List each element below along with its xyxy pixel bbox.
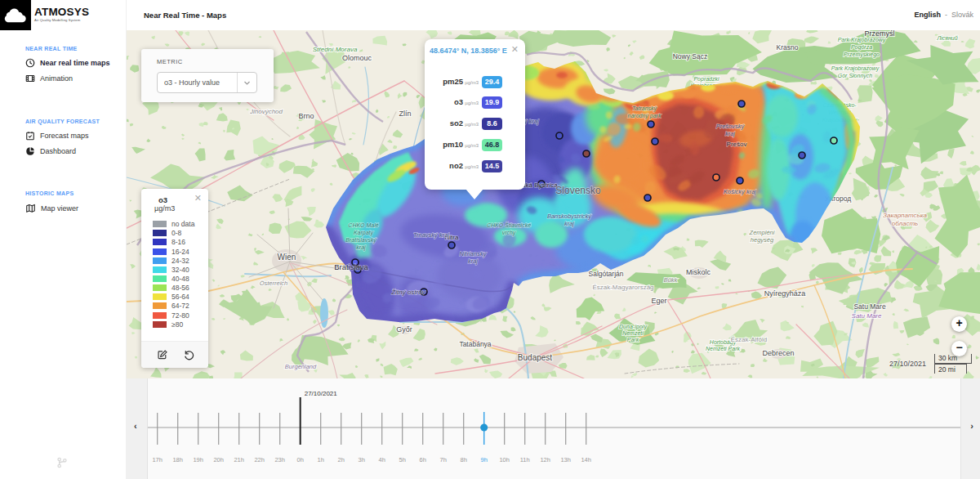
svg-text:Przemyskiego: Przemyskiego [844, 51, 880, 58]
svg-text:Nitriansky: Nitriansky [460, 250, 488, 257]
svg-text:Satu Mare: Satu Mare [852, 312, 882, 320]
svg-text:Zlín: Zlín [399, 110, 411, 118]
svg-text:Budapest: Budapest [518, 353, 552, 362]
svg-text:Pogórza: Pogórza [851, 44, 872, 51]
svg-text:Zempléni: Zempléni [749, 229, 775, 236]
svg-text:3h: 3h [359, 456, 365, 463]
svg-text:Trnavský kraj: Trnavský kraj [413, 231, 449, 239]
svg-text:23h: 23h [274, 456, 285, 463]
svg-text:6h: 6h [420, 456, 426, 463]
svg-text:Banskobystrický: Banskobystrický [547, 213, 592, 220]
svg-text:Győr: Győr [396, 325, 412, 334]
svg-text:Wien: Wien [278, 253, 296, 262]
svg-text:Österreich: Österreich [260, 280, 288, 287]
svg-text:0h: 0h [297, 456, 304, 463]
svg-text:Prešov: Prešov [727, 141, 747, 148]
svg-text:5h: 5h [399, 456, 406, 463]
svg-text:Olomouc: Olomouc [342, 54, 372, 62]
svg-text:Popradzki: Popradzki [693, 76, 719, 83]
svg-text:Karpaty: Karpaty [354, 230, 374, 236]
svg-text:10h: 10h [499, 456, 510, 463]
svg-text:Nyíregyháza: Nyíregyháza [764, 289, 806, 298]
svg-text:Észak-Alföld: Észak-Alföld [731, 336, 767, 343]
svg-text:21h: 21h [234, 456, 244, 463]
svg-text:Gór Słonnych: Gór Słonnych [838, 73, 873, 79]
svg-text:CHKO Malé: CHKO Malé [348, 222, 378, 228]
svg-text:Brno: Brno [298, 112, 314, 120]
svg-text:13h: 13h [560, 456, 571, 463]
svg-text:CHKO Štiavnické: CHKO Štiavnické [487, 222, 531, 228]
svg-text:Park Krajobrazowy: Park Krajobrazowy [831, 65, 880, 72]
svg-text:22h: 22h [254, 456, 265, 463]
svg-text:Nemzeti: Nemzeti [622, 330, 644, 336]
svg-text:Bratislava: Bratislava [334, 262, 368, 271]
svg-text:kraj: kraj [725, 130, 735, 137]
svg-text:14h: 14h [581, 456, 591, 463]
svg-text:Jihovýchod: Jihovýchod [249, 108, 283, 115]
svg-text:4h: 4h [379, 456, 385, 463]
svg-text:národný park: národný park [628, 113, 662, 119]
svg-text:1h: 1h [318, 456, 324, 463]
svg-text:Miskolc: Miskolc [686, 268, 711, 276]
svg-text:Bratislavský: Bratislavský [345, 237, 376, 244]
svg-text:Закарпатська: Закарпатська [883, 212, 927, 219]
svg-text:2h: 2h [338, 456, 345, 463]
svg-text:Észak-Magyarország: Észak-Magyarország [592, 284, 653, 291]
svg-text:Nowy Sącz: Nowy Sącz [673, 52, 708, 60]
svg-text:Krasno: Krasno [777, 43, 799, 51]
svg-text:Tatabánya: Tatabánya [459, 340, 491, 348]
svg-text:18h: 18h [172, 456, 183, 463]
svg-text:17h: 17h [152, 456, 163, 463]
svg-text:hegység: hegység [751, 236, 774, 244]
svg-text:Prešovský: Prešovský [716, 123, 746, 130]
svg-text:11h: 11h [520, 456, 530, 463]
svg-text:Nemzeti Park: Nemzeti Park [706, 346, 741, 351]
svg-text:Střední Morava: Střední Morava [313, 46, 358, 53]
svg-text:27/10/2021: 27/10/2021 [305, 390, 338, 397]
svg-text:Salgótarján: Salgótarján [588, 270, 623, 278]
svg-text:Tatranský: Tatranský [632, 105, 657, 112]
svg-text:7h: 7h [440, 456, 447, 463]
svg-text:9h: 9h [481, 456, 488, 463]
svg-text:Burgenland: Burgenland [285, 363, 317, 370]
svg-text:20h: 20h [213, 456, 224, 463]
svg-text:Park: Park [627, 337, 639, 342]
svg-text:Debrecen: Debrecen [762, 349, 794, 357]
svg-text:vrchy: vrchy [502, 230, 516, 236]
svg-text:Лісяний: Лісяний [936, 35, 957, 41]
svg-text:область: область [892, 220, 919, 227]
svg-text:Bükk: Bükk [664, 276, 679, 284]
svg-text:Satu Mare: Satu Mare [853, 302, 885, 311]
svg-text:Eger: Eger [651, 297, 666, 305]
svg-text:12h: 12h [540, 456, 550, 463]
svg-text:19h: 19h [193, 456, 203, 463]
svg-text:Slovensko: Slovensko [555, 185, 601, 196]
svg-text:Park Krajobrazowy: Park Krajobrazowy [838, 37, 886, 43]
svg-text:8h: 8h [461, 456, 467, 463]
svg-text:Duna-Ipoly: Duna-Ipoly [619, 324, 647, 330]
svg-text:Žitný ostrov: Žitný ostrov [390, 289, 425, 296]
svg-text:kraj: kraj [564, 220, 574, 227]
svg-text:Košický kraj: Košický kraj [724, 188, 756, 195]
svg-text:kraj: kraj [356, 244, 366, 251]
svg-text:kraj: kraj [468, 257, 478, 265]
